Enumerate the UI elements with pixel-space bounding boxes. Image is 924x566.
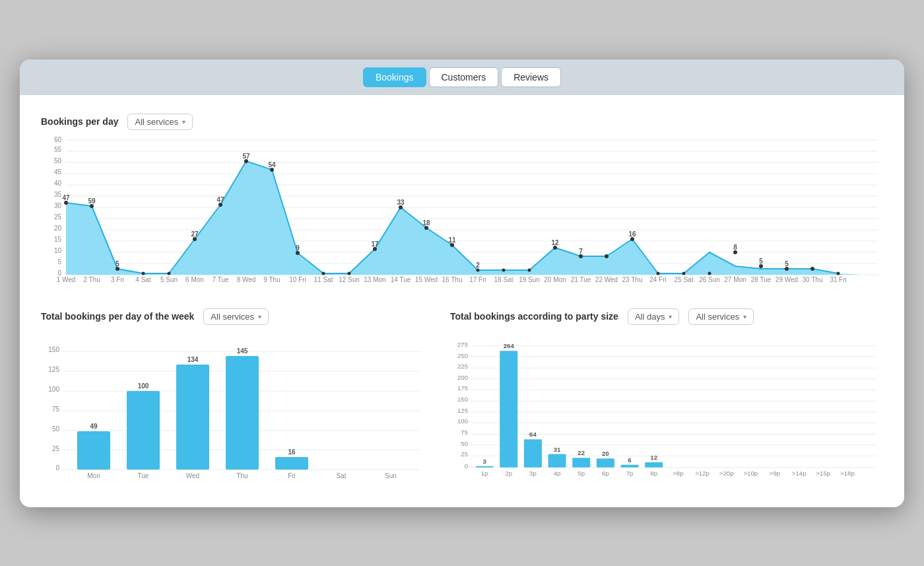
svg-text:2: 2 <box>476 262 480 269</box>
svg-text:6: 6 <box>628 456 631 463</box>
bookings-per-day-dropdown[interactable]: All services ▾ <box>127 114 193 130</box>
svg-rect-173 <box>548 454 566 467</box>
svg-point-58 <box>502 268 506 271</box>
svg-text:4p: 4p <box>554 470 561 477</box>
svg-text:14 Tue: 14 Tue <box>391 276 411 282</box>
svg-text:13 Mon: 13 Mon <box>364 276 385 282</box>
svg-text:50: 50 <box>54 157 62 164</box>
svg-text:>12p: >12p <box>695 470 710 477</box>
tab-bookings[interactable]: Bookings <box>363 67 426 87</box>
svg-text:10 Fri: 10 Fri <box>289 276 306 282</box>
bookings-per-week-dropdown[interactable]: All services ▾ <box>203 308 269 325</box>
svg-text:3p: 3p <box>529 470 537 477</box>
svg-text:16: 16 <box>628 230 636 238</box>
svg-text:125: 125 <box>48 366 59 373</box>
svg-rect-123 <box>77 431 110 470</box>
svg-text:0: 0 <box>465 462 468 469</box>
svg-text:59: 59 <box>88 197 96 205</box>
svg-text:9 Thu: 9 Thu <box>263 276 280 282</box>
svg-rect-182 <box>621 464 639 467</box>
svg-text:25: 25 <box>461 450 468 458</box>
svg-point-77 <box>837 271 840 275</box>
svg-text:21 Tue: 21 Tue <box>571 276 591 282</box>
svg-text:19 Sun: 19 Sun <box>519 276 540 282</box>
svg-text:0: 0 <box>55 464 59 472</box>
svg-text:Sun: Sun <box>385 472 397 479</box>
svg-text:5: 5 <box>759 258 763 265</box>
chevron-down-icon: ▾ <box>669 313 672 320</box>
bookings-party-size-section: Total bookings according to party size A… <box>450 308 883 486</box>
svg-text:>8p: >8p <box>673 470 683 477</box>
svg-text:5p: 5p <box>578 470 585 477</box>
svg-text:16: 16 <box>288 448 296 456</box>
chevron-down-icon: ▾ <box>258 313 261 320</box>
svg-text:15 Wed: 15 Wed <box>415 276 438 282</box>
svg-rect-179 <box>597 458 614 468</box>
svg-text:9: 9 <box>296 244 300 252</box>
bookings-per-week-header: Total bookings per day of the week All s… <box>41 308 424 325</box>
svg-text:>18p: >18p <box>840 470 855 477</box>
svg-text:75: 75 <box>461 429 468 436</box>
svg-text:18: 18 <box>422 219 430 227</box>
svg-marker-27 <box>66 161 861 275</box>
svg-text:145: 145 <box>237 347 248 355</box>
svg-point-67 <box>657 271 660 275</box>
svg-text:54: 54 <box>268 161 276 168</box>
chevron-down-icon: ▾ <box>182 118 185 125</box>
svg-text:Wed: Wed <box>186 472 199 479</box>
svg-rect-135 <box>275 457 308 470</box>
svg-rect-176 <box>572 458 590 467</box>
svg-text:264: 264 <box>504 342 515 349</box>
svg-text:11: 11 <box>448 236 456 244</box>
svg-text:1p: 1p <box>481 470 488 477</box>
bookings-per-week-title: Total bookings per day of the week <box>41 311 194 322</box>
bookings-party-dropdown2[interactable]: All services ▾ <box>688 308 754 325</box>
svg-text:250: 250 <box>457 351 468 359</box>
chevron-down-icon: ▾ <box>743 313 746 320</box>
svg-text:Thu: Thu <box>236 472 248 479</box>
svg-text:100: 100 <box>457 417 468 425</box>
svg-point-35 <box>168 271 171 275</box>
svg-point-56 <box>477 268 480 271</box>
tab-reviews[interactable]: Reviews <box>501 67 561 87</box>
svg-text:10: 10 <box>54 247 62 254</box>
svg-text:20: 20 <box>602 450 609 457</box>
svg-text:24 Fri: 24 Fri <box>649 276 667 282</box>
svg-text:29 Wed: 29 Wed <box>776 276 798 282</box>
svg-text:3: 3 <box>482 457 486 464</box>
svg-text:225: 225 <box>457 363 468 370</box>
svg-text:31 Fri: 31 Fri <box>830 276 847 282</box>
svg-text:35: 35 <box>54 191 62 198</box>
svg-text:5 Sun: 5 Sun <box>160 276 178 282</box>
svg-text:>9p: >9p <box>770 470 780 477</box>
svg-text:27: 27 <box>191 230 199 238</box>
svg-text:22 Wed: 22 Wed <box>595 276 618 282</box>
svg-text:27 Mon: 27 Mon <box>724 276 746 282</box>
bookings-party-title: Total bookings according to party size <box>450 311 618 322</box>
svg-text:275: 275 <box>457 341 468 348</box>
bookings-party-dropdown1[interactable]: All days ▾ <box>628 308 680 325</box>
svg-text:22: 22 <box>578 449 585 456</box>
svg-text:30: 30 <box>54 202 62 209</box>
svg-text:47: 47 <box>62 194 70 201</box>
tab-customers[interactable]: Customers <box>429 67 499 87</box>
svg-text:18 Sat: 18 Sat <box>494 276 513 282</box>
svg-text:175: 175 <box>457 384 468 391</box>
svg-text:2 Thu: 2 Thu <box>83 276 100 282</box>
svg-text:49: 49 <box>90 423 98 430</box>
svg-text:75: 75 <box>52 406 60 413</box>
svg-text:12: 12 <box>551 239 559 246</box>
svg-point-46 <box>322 271 325 275</box>
svg-text:60: 60 <box>54 137 62 143</box>
svg-point-59 <box>528 268 531 271</box>
svg-text:31: 31 <box>554 445 561 452</box>
svg-rect-164 <box>476 466 494 467</box>
svg-text:5: 5 <box>57 258 61 265</box>
svg-text:5: 5 <box>785 260 789 267</box>
svg-rect-126 <box>127 391 160 470</box>
svg-text:7: 7 <box>579 248 583 255</box>
svg-rect-167 <box>500 351 517 468</box>
svg-text:17: 17 <box>371 240 379 248</box>
svg-text:150: 150 <box>457 396 468 403</box>
svg-text:7p: 7p <box>626 470 634 477</box>
